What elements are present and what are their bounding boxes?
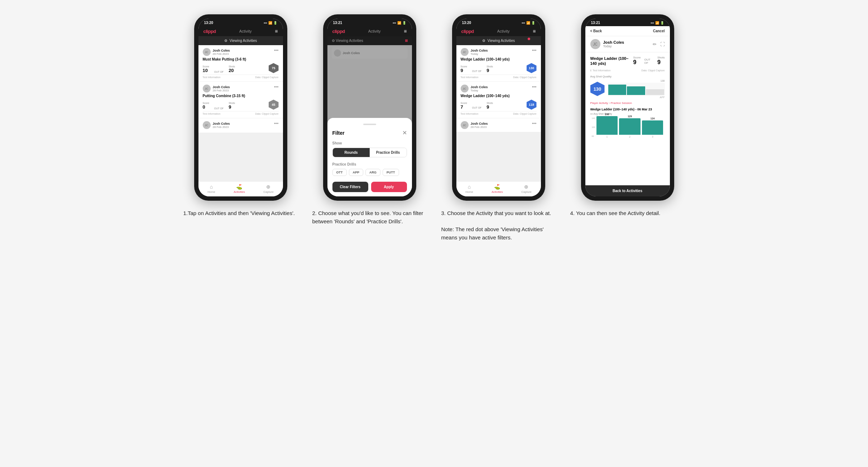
activities-icon-1: ⛳	[236, 184, 242, 190]
signal-icon-3: ▪▪▪	[522, 21, 525, 25]
shots-val-1-1: 20	[229, 68, 235, 73]
nav-capture-3[interactable]: ⊕ Capture	[521, 184, 531, 194]
drill-chip-putt[interactable]: PUTT	[383, 169, 399, 176]
status-time-4: 13:21	[591, 21, 600, 25]
activity-title-1-1: Must Make Putting (3-6 ft)	[203, 57, 279, 61]
nav-home-1[interactable]: ⌂ Home	[207, 184, 215, 194]
menu-icon-2[interactable]: ≡	[404, 28, 407, 34]
home-icon-1: ⌂	[210, 184, 213, 190]
phone-1-screen: 13:20 ▪▪▪ 📶 🔋 clippd Activity ≡ ⚙ Vi	[198, 19, 283, 196]
user-name-1-2: Josh Coles	[213, 85, 230, 89]
status-bar-4: 13:21 ▪▪▪ 📶 🔋	[585, 19, 670, 26]
phone-1: 13:20 ▪▪▪ 📶 🔋 clippd Activity ≡ ⚙ Vi	[194, 14, 287, 201]
expand-icon[interactable]: ⛶	[660, 42, 665, 47]
menu-icon-1[interactable]: ≡	[275, 28, 278, 34]
bar-chart: 140 100 60 132 1	[590, 116, 665, 138]
page-container: 13:20 ▪▪▪ 📶 🔋 clippd Activity ≡ ⚙ Vi	[183, 14, 685, 242]
detail-user-section: JC Josh Coles Today ✏ ⛶	[585, 36, 670, 52]
capture-icon-1: ⊕	[266, 184, 270, 190]
bottom-nav-1: ⌂ Home ⛳ Activities ⊕ Capture	[198, 181, 283, 196]
drill-chip-app[interactable]: APP	[349, 169, 364, 176]
phone-2: 13:21 ▪▪▪ 📶 🔋 clippd Activity ≡ ⚙ Viewin…	[323, 14, 416, 201]
filter-sheet: Filter ✕ Show Rounds Practice Drills Pra…	[327, 118, 412, 196]
nav-activities-1[interactable]: ⛳ Activities	[234, 184, 245, 194]
viewing-banner-1[interactable]: ⚙ Viewing Activities	[198, 36, 283, 45]
cancel-button[interactable]: Cancel	[653, 29, 665, 33]
detail-scores: Score 9 OUT OF Shots 9	[633, 56, 665, 66]
activity-card-3-1[interactable]: JC Josh Coles Today ••• Wedge Ladder (10…	[456, 45, 541, 81]
avatar-1-3: JC	[203, 121, 211, 129]
back-to-activities-button[interactable]: Back to Activities	[585, 185, 670, 196]
status-time-1: 13:20	[204, 21, 214, 25]
app-header-3: clippd Activity ≡	[456, 26, 541, 36]
filter-close-button[interactable]: ✕	[402, 129, 407, 136]
user-info-1-1: JC Josh Coles 28 Feb 2023	[203, 48, 230, 56]
battery-icon-2: 🔋	[402, 21, 406, 25]
filter-header: Filter ✕	[332, 129, 407, 136]
nav-capture-1[interactable]: ⊕ Capture	[263, 184, 273, 194]
avatar-3-2: JC	[461, 85, 469, 92]
avatar-detail: JC	[590, 39, 600, 49]
activity-card-3-3: JC Josh Coles 28 Feb 2023 •••	[456, 118, 541, 132]
nav-home-3[interactable]: ⌂ Home	[465, 184, 473, 194]
bar-chart-section: Wedge Ladder (100–140 yds) - 06 Mar 23 •…	[590, 108, 665, 182]
phone-4-screen: 13:21 ▪▪▪ 📶 🔋 < Back Cancel JC	[585, 19, 670, 196]
rounds-toggle[interactable]: Rounds	[333, 148, 370, 157]
activity-card-1-3: JC Josh Coles 28 Feb 2023 •••	[198, 118, 283, 133]
detail-title-row: Wedge Ladder (100–140 yds) Score 9 OUT O…	[590, 56, 665, 66]
player-activity-section: Player Activity › Practice Session	[590, 101, 665, 105]
signal-icon: ▪▪▪	[264, 21, 267, 25]
viewing-banner-3[interactable]: ⚙ Viewing Activities	[456, 36, 541, 45]
avg-hex: 130	[590, 82, 605, 96]
step-2-description: 2. Choose what you'd like to see. You ca…	[312, 209, 427, 225]
apply-button[interactable]: Apply	[371, 182, 407, 192]
header-title-2: Activity	[368, 29, 381, 33]
stats-row-1-2: Score 0 OUT OF Shots 9	[203, 100, 279, 110]
nav-activities-3[interactable]: ⛳ Activities	[491, 184, 503, 194]
bar-3: 124 3	[642, 117, 663, 138]
dots-menu-3-1[interactable]: •••	[532, 48, 537, 53]
filter-icon-1: ⚙	[224, 39, 227, 43]
practice-drills-toggle[interactable]: Practice Drills	[370, 148, 407, 157]
sq-badge-3-2: 118	[527, 100, 537, 110]
drill-chip-arg[interactable]: ARG	[365, 169, 380, 176]
edit-icon[interactable]: ✏	[653, 42, 657, 47]
activity-title-1-2: Putting Combine (3-15 ft)	[203, 94, 279, 98]
user-info-1-2: JC Josh Coles 28 Feb 2023	[203, 85, 230, 92]
status-time-2: 13:21	[333, 21, 342, 25]
dots-menu-1-2[interactable]: •••	[274, 85, 279, 90]
status-bar-1: 13:20 ▪▪▪ 📶 🔋	[198, 19, 283, 26]
app-header-2: clippd Activity ≡	[327, 26, 412, 36]
step-1-column: 13:20 ▪▪▪ 📶 🔋 clippd Activity ≡ ⚙ Vi	[183, 14, 298, 242]
clippd-logo-1: clippd	[203, 29, 216, 34]
menu-icon-3[interactable]: ≡	[533, 28, 536, 34]
filter-overlay: ⚙ Viewing Activities Josh Coles	[327, 36, 412, 196]
stats-row-1-1: Score 10 OUT OF Shots 20	[203, 63, 279, 73]
activity-list-1: JC Josh Coles 28 Feb 2023 ••• Must Make …	[198, 45, 283, 181]
avatar-1-1: JC	[203, 48, 211, 56]
info-row-1-2: Test Information Data: Clippd Capture	[203, 111, 279, 115]
activity-card-1-1[interactable]: JC Josh Coles 28 Feb 2023 ••• Must Make …	[198, 45, 283, 81]
step-4-description: 4. You can then see the Activity detail.	[570, 209, 685, 218]
drill-chip-ott[interactable]: OTT	[332, 169, 347, 176]
filter-toggle-row: Rounds Practice Drills	[332, 148, 407, 157]
dots-menu-3-2[interactable]: •••	[532, 85, 537, 90]
header-title-3: Activity	[497, 29, 510, 33]
back-button[interactable]: < Back	[590, 29, 602, 33]
detail-user-date: Today	[603, 44, 624, 48]
activity-card-1-2[interactable]: JC Josh Coles 28 Feb 2023 ••• Putting Co…	[198, 82, 283, 118]
avg-label: Avg Shot Quality	[590, 75, 665, 78]
red-dot-3	[528, 38, 530, 40]
filter-title: Filter	[332, 130, 345, 136]
dots-menu-1-1[interactable]: •••	[274, 48, 279, 53]
clippd-logo-2: clippd	[332, 29, 345, 34]
clippd-logo-3: clippd	[461, 29, 474, 34]
activity-card-3-2[interactable]: JC Josh Coles Today ••• Wedge Ladder (10…	[456, 82, 541, 118]
filter-handle	[363, 124, 376, 125]
detail-header: < Back Cancel	[585, 26, 670, 36]
step-1-description: 1.Tap on Activities and then 'Viewing Ac…	[183, 209, 298, 218]
clear-filters-button[interactable]: Clear Filters	[332, 182, 368, 192]
status-bar-2: 13:21 ▪▪▪ 📶 🔋	[327, 19, 412, 26]
avatar-3-1: JC	[461, 48, 469, 56]
wifi-icon: 📶	[268, 21, 272, 25]
